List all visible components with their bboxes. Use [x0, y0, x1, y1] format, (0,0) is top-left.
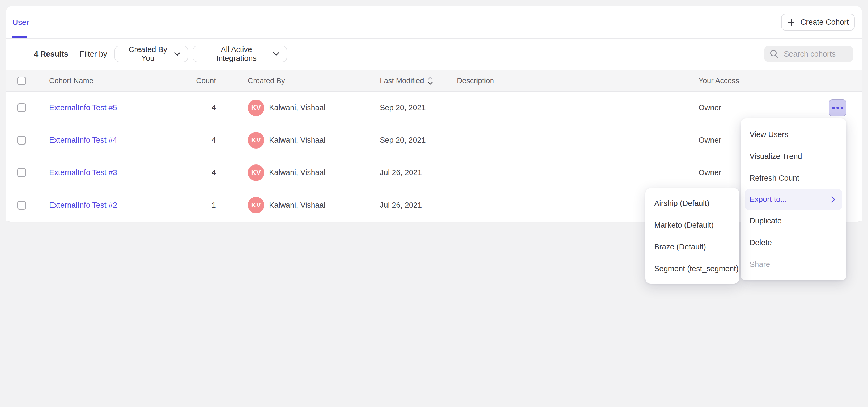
- plus-icon: [787, 18, 796, 27]
- last-modified-date: Jul 26, 2021: [380, 168, 422, 177]
- column-header-last-modified[interactable]: Last Modified: [380, 70, 433, 91]
- table-row: ExternalInfo Test #4 4 KV Kalwani, Visha…: [6, 124, 862, 156]
- avatar: KV: [248, 132, 264, 149]
- row-checkbox[interactable]: [17, 103, 26, 112]
- ellipsis-icon: [832, 106, 843, 109]
- tab-user[interactable]: User: [12, 6, 29, 38]
- created-by-dropdown[interactable]: Created By You: [115, 46, 188, 62]
- column-header-cohort-name: Cohort Name: [49, 70, 93, 91]
- tabbar-divider: [6, 38, 862, 38]
- access-level: Owner: [699, 136, 721, 145]
- last-modified-date: Sep 20, 2021: [380, 103, 426, 112]
- cohort-name-link[interactable]: ExternalInfo Test #4: [49, 136, 117, 145]
- created-by-dropdown-value: Created By You: [122, 45, 174, 63]
- created-by-name: Kalwani, Vishaal: [269, 168, 326, 177]
- table-row: ExternalInfo Test #3 4 KV Kalwani, Visha…: [6, 156, 862, 189]
- cohorts-page: User Create Cohort 4 Results Filter by C…: [0, 0, 868, 407]
- create-cohort-button[interactable]: Create Cohort: [781, 14, 855, 31]
- column-header-count: Count: [170, 70, 216, 91]
- menu-item-share: Share: [741, 253, 846, 275]
- select-all-checkbox[interactable]: [17, 76, 26, 85]
- tab-user-label: User: [12, 18, 29, 27]
- menu-item-export-to-label: Export to...: [749, 195, 787, 204]
- avatar: KV: [248, 164, 264, 181]
- menu-item-duplicate[interactable]: Duplicate: [741, 210, 846, 232]
- column-header-last-modified-label: Last Modified: [380, 76, 424, 85]
- filterbar-divider: [71, 47, 71, 61]
- export-submenu: Airship (Default) Marketo (Default) Braz…: [645, 188, 739, 284]
- avatar: KV: [248, 100, 264, 116]
- created-by-name: Kalwani, Vishaal: [269, 103, 326, 112]
- create-cohort-label: Create Cohort: [800, 18, 848, 27]
- menu-item-view-users[interactable]: View Users: [741, 124, 846, 145]
- column-header-created-by: Created By: [248, 70, 285, 91]
- search-cohorts-box[interactable]: [764, 46, 853, 62]
- menu-item-visualize-trend[interactable]: Visualize Trend: [741, 145, 846, 167]
- cohort-name-link[interactable]: ExternalInfo Test #5: [49, 103, 117, 112]
- row-actions-button[interactable]: [829, 99, 846, 116]
- submenu-item-segment[interactable]: Segment (test_segment): [645, 258, 739, 280]
- last-modified-date: Jul 26, 2021: [380, 201, 422, 210]
- access-level: Owner: [699, 103, 721, 112]
- access-level: Owner: [699, 168, 721, 177]
- menu-item-export-to[interactable]: Export to...: [745, 189, 842, 210]
- sort-icon: [427, 76, 433, 85]
- results-count: 4 Results: [34, 46, 68, 62]
- chevron-down-icon: [273, 52, 280, 56]
- table-row: ExternalInfo Test #5 4 KV Kalwani, Visha…: [6, 92, 862, 124]
- cohort-count: 1: [170, 189, 216, 221]
- last-modified-date: Sep 20, 2021: [380, 136, 426, 145]
- cohort-name-link[interactable]: ExternalInfo Test #3: [49, 168, 117, 177]
- menu-item-refresh-count[interactable]: Refresh Count: [741, 167, 846, 189]
- menu-item-delete[interactable]: Delete: [741, 232, 846, 253]
- search-icon: [770, 49, 779, 59]
- cohort-count: 4: [170, 156, 216, 189]
- created-by-name: Kalwani, Vishaal: [269, 136, 326, 145]
- row-checkbox[interactable]: [17, 168, 26, 177]
- chevron-right-icon: [831, 196, 835, 203]
- cohort-count: 4: [170, 124, 216, 156]
- chevron-down-icon: [174, 52, 181, 56]
- row-checkbox[interactable]: [17, 201, 26, 210]
- row-checkbox[interactable]: [17, 136, 26, 145]
- created-by-name: Kalwani, Vishaal: [269, 201, 326, 210]
- submenu-item-airship[interactable]: Airship (Default): [645, 192, 739, 214]
- cohort-name-link[interactable]: ExternalInfo Test #2: [49, 201, 117, 210]
- cohort-count: 4: [170, 92, 216, 124]
- integrations-dropdown[interactable]: All Active Integrations: [192, 46, 287, 62]
- integrations-dropdown-value: All Active Integrations: [200, 45, 273, 63]
- table-header: Cohort Name Count Created By Last Modifi…: [6, 70, 862, 92]
- column-header-description: Description: [457, 70, 494, 91]
- submenu-item-braze[interactable]: Braze (Default): [645, 236, 739, 258]
- search-input[interactable]: [784, 50, 845, 58]
- row-context-menu: View Users Visualize Trend Refresh Count…: [741, 119, 846, 280]
- submenu-item-marketo[interactable]: Marketo (Default): [645, 214, 739, 236]
- avatar: KV: [248, 197, 264, 213]
- column-header-your-access: Your Access: [699, 70, 739, 91]
- filter-by-label: Filter by: [80, 46, 107, 62]
